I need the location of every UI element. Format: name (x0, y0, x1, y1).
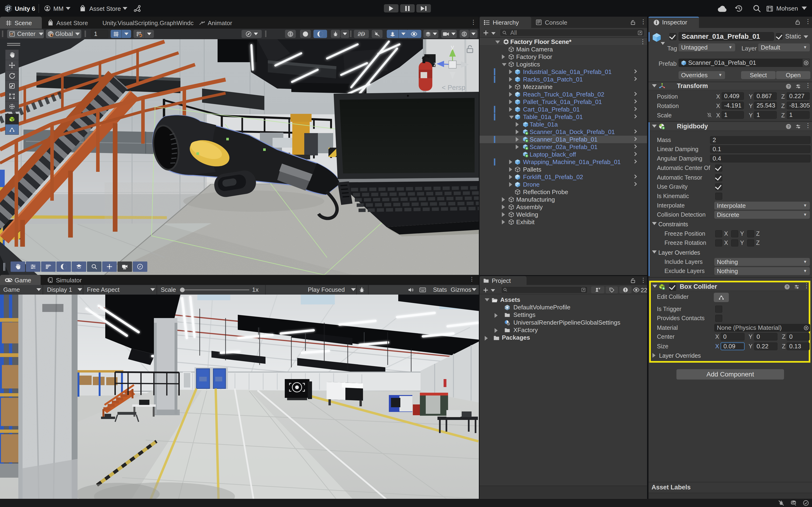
svg-text:?: ? (786, 285, 788, 289)
svg-text:y: y (451, 44, 454, 50)
svg-text:< Persp: < Persp (442, 84, 465, 91)
svg-text:?: ? (788, 84, 790, 88)
svg-text:?: ? (788, 124, 790, 128)
svg-text:Y: Y (116, 34, 118, 37)
svg-text:z: z (434, 61, 437, 68)
